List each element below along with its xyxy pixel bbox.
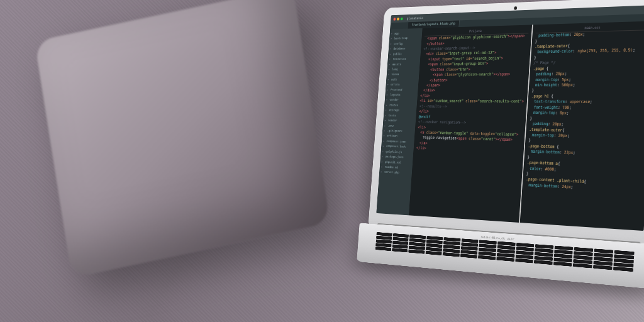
keyboard-key — [573, 263, 592, 268]
keyboard-key — [443, 252, 460, 257]
keyboard-key — [408, 249, 425, 253]
code-line: </span> — [421, 83, 525, 89]
close-dot — [393, 18, 396, 20]
zoom-dot — [401, 17, 403, 19]
file-tree-item: views — [388, 72, 418, 77]
keyboard-key — [460, 253, 477, 258]
webcam — [514, 6, 517, 10]
code-editor-screen: glavatavic frontend/layouts.blade.php ap… — [376, 5, 644, 231]
left-code-body: <span class="glyphicon glyphicon-search"… — [416, 33, 528, 154]
keyboard-key — [496, 257, 514, 262]
file-tree-item: server.php — [380, 170, 411, 176]
screen-bezel: glavatavic frontend/layouts.blade.php ap… — [369, 0, 644, 245]
minimize-dot — [397, 18, 399, 20]
keyboard-key — [593, 265, 613, 270]
code-line: margin-top: 5px; — [532, 77, 644, 83]
file-tree-item: auth — [387, 77, 418, 82]
file-tree-item: errors — [387, 82, 417, 87]
left-code-pane: Prijava <span class="glyphicon glyphicon… — [409, 25, 532, 223]
file-tree-item: frontend — [387, 87, 417, 92]
file-tree-item: layouts — [386, 92, 416, 97]
keyboard-key — [534, 260, 552, 265]
keyboard-key — [425, 251, 441, 255]
right-code-body: padding-bottom: 20px;}.template-outer{ba… — [525, 30, 644, 194]
workspace: appbootstrapconfigdatabasepublicresource… — [376, 21, 644, 231]
keyboard-key — [375, 247, 391, 251]
keyboard-key — [515, 258, 533, 264]
window-title: glavatavic — [407, 16, 424, 21]
laptop: glavatavic frontend/layouts.blade.php ap… — [327, 0, 644, 322]
code-line: min-height: 500px; — [532, 82, 644, 88]
photo-scene: glavatavic frontend/layouts.blade.php ap… — [0, 0, 644, 322]
split-editors: Prijava <span class="glyphicon glyphicon… — [409, 21, 644, 231]
keyboard-key — [478, 255, 496, 260]
code-line: </button> — [421, 77, 526, 83]
keyboard-key — [392, 248, 408, 252]
keyboard-key — [553, 262, 572, 267]
right-code-pane: main.css padding-bottom: 20px;}.template… — [519, 21, 644, 231]
